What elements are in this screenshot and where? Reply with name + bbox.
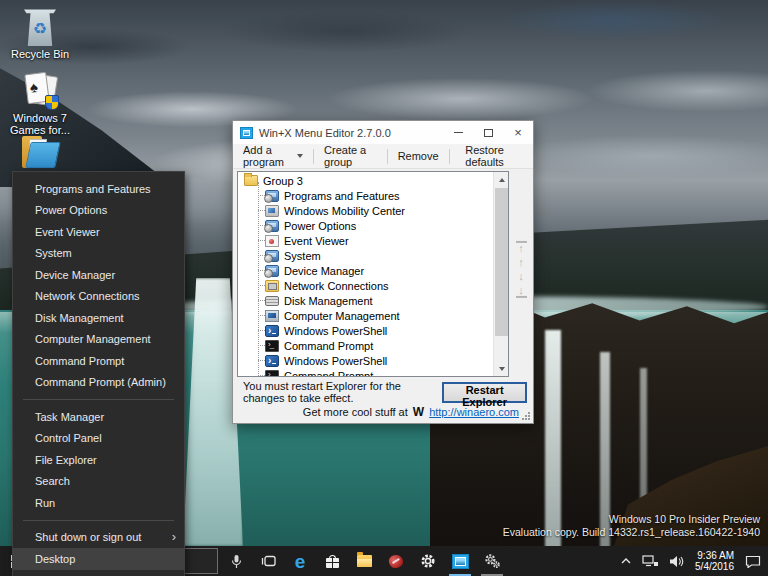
volume-button[interactable] [664, 555, 689, 568]
list-item[interactable]: Windows PowerShell [238, 323, 492, 338]
move-up-button[interactable]: ↑ [516, 257, 527, 268]
winaero-logo-icon: W [413, 407, 424, 417]
clock-time: 9:36 AM [695, 550, 734, 561]
tree-branch [258, 285, 265, 286]
winx-item-network-connections[interactable]: Network Connections [13, 286, 184, 308]
move-down-button[interactable]: ↓ [516, 271, 527, 282]
winx-item-power-options[interactable]: Power Options [13, 200, 184, 222]
scroll-down-button[interactable] [494, 361, 509, 376]
task-view-button[interactable] [252, 546, 284, 576]
winx-item-programs-and-features[interactable]: Programs and Features [13, 178, 184, 200]
list-item[interactable]: Device Manager [238, 263, 492, 278]
status-row: You must restart Explorer for the change… [233, 379, 533, 405]
winx-item-search[interactable]: Search [13, 471, 184, 493]
list-item[interactable]: Windows PowerShell [238, 353, 492, 368]
microphone-button[interactable] [220, 546, 252, 576]
winx-context-menu: Programs and Features Power Options Even… [12, 171, 185, 576]
edge-icon: e [295, 552, 306, 571]
close-button[interactable]: × [503, 121, 533, 144]
list-scrollbar[interactable] [493, 172, 508, 376]
menu-item-label: Run [35, 497, 55, 509]
list-item[interactable]: Power Options [238, 218, 492, 233]
scroll-up-button[interactable] [494, 172, 509, 187]
file-explorer-button[interactable] [348, 546, 380, 576]
desktop-icon-label: Recycle Bin [4, 48, 76, 60]
disk-management-icon [265, 296, 279, 306]
resize-grip[interactable] [522, 412, 531, 421]
winx-item-command-prompt[interactable]: Command Prompt [13, 350, 184, 372]
winaero-link[interactable]: http://winaero.com [429, 406, 519, 418]
action-center-icon [745, 555, 761, 568]
network-button[interactable] [637, 555, 664, 568]
tree-branch [258, 210, 265, 211]
add-a-program-button[interactable]: Add a program [239, 142, 307, 170]
minimize-button[interactable] [443, 121, 473, 144]
list-item-label: Command Prompt [284, 370, 373, 378]
desktop-icon-folder[interactable] [4, 134, 76, 170]
microphone-icon [231, 554, 242, 569]
minimize-icon [454, 132, 463, 133]
menu-items-list[interactable]: Group 3 Programs and Features Windows Mo… [237, 171, 509, 377]
watermark-line2: Evaluation copy. Build 14332.rs1_release… [503, 526, 760, 539]
list-item[interactable]: Command Prompt [238, 338, 492, 353]
create-a-group-button[interactable]: Create a group [320, 142, 381, 170]
file-explorer-icon [357, 555, 372, 567]
store-button[interactable] [316, 546, 348, 576]
list-item[interactable]: Network Connections [238, 278, 492, 293]
restore-defaults-button[interactable]: Restore defaults [461, 142, 527, 170]
folder-front [25, 142, 61, 168]
list-item-label: Command Prompt [284, 340, 373, 352]
command-prompt-icon [265, 340, 279, 352]
group-folder-icon [244, 175, 258, 186]
list-item-group[interactable]: Group 3 [238, 173, 492, 188]
desktop-icon-windows7-games[interactable]: Windows 7 Games for... [4, 72, 76, 136]
window-titlebar[interactable]: Win+X Menu Editor 2.7.0.0 × [233, 121, 533, 144]
winx-item-system[interactable]: System [13, 243, 184, 265]
button-label: Restore defaults [465, 144, 523, 168]
winx-item-task-manager[interactable]: Task Manager [13, 406, 184, 428]
dropdown-arrow-icon [297, 154, 303, 158]
list-item[interactable]: System [238, 248, 492, 263]
winx-item-desktop[interactable]: Desktop [13, 548, 184, 570]
settings-button[interactable] [412, 546, 444, 576]
list-item[interactable]: Programs and Features [238, 188, 492, 203]
red-app-button[interactable] [380, 546, 412, 576]
winx-item-file-explorer[interactable]: File Explorer [13, 449, 184, 471]
move-to-bottom-button[interactable]: ↓ [516, 285, 527, 298]
move-to-top-button[interactable]: ↑ [516, 241, 527, 254]
winx-item-device-manager[interactable]: Device Manager [13, 264, 184, 286]
winx-item-control-panel[interactable]: Control Panel [13, 428, 184, 450]
maximize-button[interactable] [473, 121, 503, 144]
winx-item-command-prompt-admin[interactable]: Command Prompt (Admin) [13, 372, 184, 394]
winx-editor-taskbar-button[interactable] [444, 546, 476, 576]
list-item[interactable]: Computer Management [238, 308, 492, 323]
winx-item-run[interactable]: Run [13, 492, 184, 514]
restart-explorer-button[interactable]: Restart Explorer [442, 382, 527, 403]
list-item[interactable]: Disk Management [238, 293, 492, 308]
list-item[interactable]: Windows Mobility Center [238, 203, 492, 218]
remove-button[interactable]: Remove [394, 148, 443, 164]
scrollbar-thumb[interactable] [495, 188, 508, 336]
list-item[interactable]: Event Viewer [238, 233, 492, 248]
powershell-icon [265, 355, 279, 367]
winx-item-event-viewer[interactable]: Event Viewer [13, 221, 184, 243]
maximize-icon [484, 129, 493, 137]
list-item-label: Network Connections [284, 280, 389, 292]
tray-expand-button[interactable] [615, 557, 637, 565]
desktop-icon-recycle-bin[interactable]: Recycle Bin [4, 8, 76, 60]
edge-button[interactable]: e [284, 546, 316, 576]
tree-branch [258, 345, 265, 346]
tree-branch [258, 360, 265, 361]
taskbar-clock[interactable]: 9:36 AM 5/4/2016 [689, 550, 740, 572]
winx-item-computer-management[interactable]: Computer Management [13, 329, 184, 351]
list-item[interactable]: Command Prompt [238, 368, 492, 377]
windows7-games-icon [20, 72, 60, 110]
gears-app-button[interactable] [476, 546, 508, 576]
menu-item-label: File Explorer [35, 454, 97, 466]
menu-item-label: Programs and Features [35, 183, 151, 195]
winx-item-disk-management[interactable]: Disk Management [13, 307, 184, 329]
menu-item-label: Disk Management [35, 312, 124, 324]
winx-item-shutdown[interactable]: Shut down or sign out › [13, 527, 184, 549]
menu-item-label: Command Prompt [35, 355, 124, 367]
action-center-button[interactable] [740, 555, 766, 568]
